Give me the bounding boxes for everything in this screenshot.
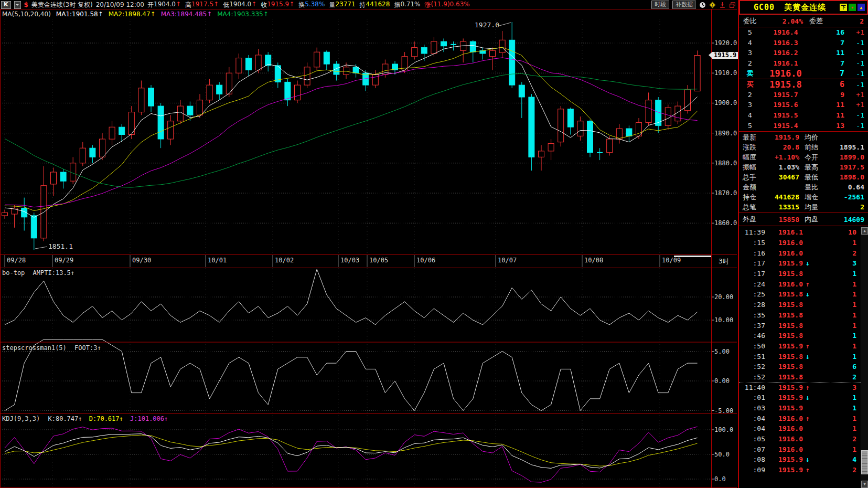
scroll-thumb[interactable] [861,450,868,474]
k-period-button[interactable]: K [1,1,11,9]
ask-row[interactable]: 21916.17-1 [739,58,868,69]
stat-value: 441628 [764,193,799,201]
stat-label: 振幅 [743,163,764,172]
book-price: 1915.6 [757,101,814,109]
period-dropdown-button[interactable] [14,1,21,9]
tick-scrollbar[interactable]: ▲ ▼ [861,227,868,488]
bid-row[interactable]: 31915.611+1 [739,100,868,110]
down-arrow-icon: ↓ [803,290,812,298]
quote-header[interactable]: GC00 美黄金连续 下 ✦ ▲ [739,0,868,15]
lightning-icon[interactable]: ✦ [849,4,856,11]
pin-icon[interactable] [719,2,726,8]
tick-row: :521915.82 [739,372,861,383]
bid-row[interactable]: 41915.511-1 [739,110,868,121]
tick-volume: 6 [812,363,856,370]
tick-row: :041916.0↑1 [739,413,861,423]
tick-time: :01 [741,394,765,401]
tick-volume: 2 [812,435,856,443]
book-price: 1916.4 [757,28,814,36]
ask-row[interactable]: 51916.416+1 [739,27,868,38]
ma-params: MA(5,10,20,40) [2,10,51,18]
chart-title-bar: K $ 美黄金连续(3时 复权) 20/10/09 12:00 开1904.0↑… [0,0,738,9]
book-volume: 11 [814,111,844,119]
arrows-up-icon[interactable]: ▲ [858,4,865,11]
tick-price: 1915.9 [765,384,803,391]
ohlc-field-value: 23771 [335,1,355,9]
stat-label: 今开 [805,153,820,162]
bid-row[interactable]: 51915.413-1 [739,120,868,131]
ask-row[interactable]: 卖1916.07-1 [739,68,868,79]
ohlc-field-value: 5.38% [305,1,325,9]
quote-code-name: GC00 美黄金连续 [754,3,826,13]
tick-list: 11:391916.110:151916.01:161916.02:171915… [739,227,861,475]
scroll-position-indicator[interactable] [674,256,711,257]
ohlc-field-label: 振 [394,1,400,9]
scroll-down-button[interactable]: ▼ [861,481,868,488]
book-level: 4 [743,111,757,119]
tick-price: 1916.0 [765,435,803,443]
period-label[interactable]: 3时 [719,257,729,266]
tick-time: :24 [741,280,765,288]
panel1-name: bo-top [2,269,25,277]
warning-diamond-icon[interactable] [709,2,716,8]
ohlc-field-value: 1917.5 [191,1,213,9]
indicator-axis-label: 10.00 [714,317,737,323]
tick-price: 1915.9 [765,342,803,350]
ohlc-field-value: 441628 [366,1,390,9]
book-change: -1 [844,49,864,57]
tick-row: :041916.01 [739,423,861,434]
tick-volume: 3 [812,259,856,267]
stat-label: 总笔 [743,203,764,212]
ohlc-field-label: 涨 [425,1,431,9]
ohlc-field-value: 1904.0 [154,1,176,9]
ask-row[interactable]: 31916.211-1 [739,48,868,58]
tick-price: 1915.8 [765,373,803,381]
up-arrow-icon: ↑ [213,1,219,9]
tick-row: :071916.01 [739,444,861,454]
up-arrow-icon: ↑ [803,415,812,422]
clock-icon[interactable] [699,2,706,8]
tick-row: :031915.91 [739,403,861,413]
tick-row: :351915.81 [739,310,861,321]
down-arrow-icon: ↓ [803,394,812,401]
indicator-axis-label: 20.00 [714,294,737,300]
ask-row[interactable]: 41916.37-1 [739,38,868,48]
bid-row[interactable]: 买1915.86-1 [739,79,868,90]
tick-row: :171915.9↓3 [739,258,861,269]
fill-data-button[interactable]: 补数据 [672,1,696,9]
restore-window-icon[interactable] [729,2,736,8]
stat-value: 1895.1 [820,143,864,151]
indicator-label-botop: bo-top AMPTI:13.5↑ [2,269,74,277]
scroll-up-button[interactable]: ▲ [861,227,868,235]
tick-volume: 1 [812,290,856,298]
bar-datetime: 20/10/09 12:00 [96,1,144,8]
tick-volume: 2 [812,373,856,381]
book-price: 1916.2 [757,49,814,57]
ohlc-field-value: 1915.9 [267,1,289,9]
indicator-label-steps: stepscrossman1(5) FOOT:3↑ [2,344,101,352]
stat-row: 总手30467最低1898.0 [739,172,868,182]
bid-row[interactable]: 21915.79+1 [739,90,868,100]
date-axis-label: 10/08 [584,257,603,264]
tick-time: :07 [741,445,765,453]
tick-time: :28 [741,301,765,309]
up-arrow-icon: ↑ [803,466,812,474]
weicha-value: 2 [824,17,864,25]
indicator-axis-label: 100.0 [714,427,737,433]
weibi-row: 委比 2.04% 委差 2 [739,16,868,26]
tag-down-icon[interactable]: 下 [840,4,847,11]
ohlc-summary: 开1904.0↑高1917.5↑低1904.0↑收1915.9↑换5.38%量2… [147,1,470,9]
indicator-axis-label: -5.00 [714,408,737,414]
tick-volume: 1 [812,425,856,432]
date-axis-label: 10/03 [340,257,359,264]
stat-label: 持仓 [743,193,764,202]
book-level: 3 [743,49,757,57]
stat-value: +1.10% [764,153,799,161]
tick-price: 1915.8 [765,301,803,309]
tick-row: :011915.9↓1 [739,392,861,403]
ohlc-field: 换5.38% [298,1,325,9]
tick-time: :17 [741,259,765,267]
date-axis-label: 10/07 [498,257,517,264]
book-level: 4 [743,39,757,47]
time-range-button[interactable]: 时段 [651,1,669,9]
